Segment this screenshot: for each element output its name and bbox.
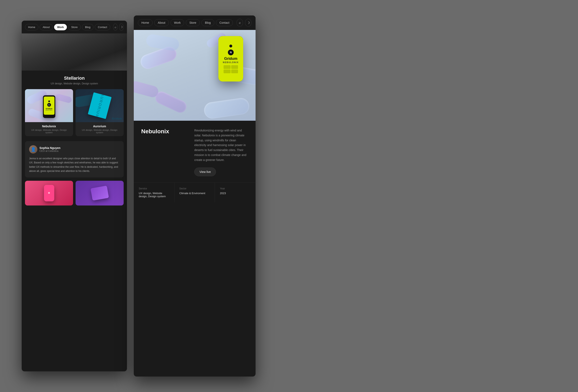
aurorium-card-image: AURORIUM Gridum [76, 89, 124, 122]
glass-pill-5 [134, 80, 160, 98]
glass-pill-3 [153, 89, 189, 115]
view-live-button[interactable]: View live [194, 168, 216, 176]
aurorium-card-info: Aurorium UX design, Website design, Desi… [76, 122, 124, 136]
nebulonix-card[interactable]: N Gridum NEBULONIX Nebulonix UX design, … [25, 89, 73, 136]
right-gridum-text: Gridum [224, 56, 237, 61]
right-nav-about[interactable]: About [154, 19, 169, 26]
nebulonix-card-info: Nebulonix UX design, Website design, Des… [25, 122, 73, 136]
left-theme-toggle[interactable]: ☽ [119, 24, 124, 31]
phone-mockup-left: N Gridum NEBULONIX [43, 95, 55, 118]
left-nav-about[interactable]: About [40, 24, 53, 30]
glass-pill-4 [203, 97, 250, 120]
right-hero: N Gridum NEBULONIX [134, 30, 256, 121]
search-icon: ⌕ [239, 21, 241, 25]
nebulonix-card-tags: UX design, Website design, Design system [27, 129, 71, 134]
right-project-title: Nebulonix [141, 128, 186, 135]
right-nav-contact[interactable]: Contact [216, 19, 233, 26]
stellarion-tags: UX design, Website design, Design system [26, 82, 123, 85]
nebulonix-card-image: N Gridum NEBULONIX [25, 89, 73, 122]
meta-year-value: 2023 [220, 192, 251, 195]
project-grid: N Gridum NEBULONIX Nebulonix UX design, … [22, 89, 127, 139]
meta-year-label: Year [220, 187, 251, 190]
left-hero-image [22, 33, 127, 71]
right-n-logo: N [228, 49, 234, 55]
right-window: Home About Work Store Blog Contact ⌕ ☽ N… [134, 15, 256, 377]
meta-service-value: UX design, Website design, Design system [139, 192, 169, 198]
phone-screen-left: N Gridum NEBULONIX [44, 96, 54, 115]
bottom-card-1[interactable]: M [25, 181, 73, 206]
meta-year: Year 2023 [215, 183, 256, 202]
bottom-project-grid: M [22, 181, 127, 206]
left-nav-store[interactable]: Store [68, 24, 81, 30]
left-nav-work[interactable]: Work [54, 24, 67, 30]
project-metadata: Service UX design, Website design, Desig… [134, 182, 256, 202]
right-nav-blog[interactable]: Blog [201, 19, 214, 26]
left-search-button[interactable]: ⌕ [113, 24, 118, 31]
meta-sector-label: Sector [179, 187, 210, 190]
left-nav-home[interactable]: Home [25, 24, 38, 30]
meta-service: Service UX design, Website design, Desig… [134, 183, 174, 202]
meta-service-label: Service [139, 187, 169, 190]
gridum-label: Gridum [46, 108, 52, 110]
right-nav-store[interactable]: Store [186, 19, 200, 26]
glass-pill-7 [145, 33, 180, 52]
nebulonix-sublabel: NEBULONIX [46, 110, 52, 111]
nebulonix-card-name: Nebulonix [27, 125, 71, 128]
right-theme-toggle[interactable]: ☽ [245, 19, 251, 27]
testimonial-text: Jenna is an excellent designer who pays … [29, 156, 120, 173]
aurorium-card[interactable]: AURORIUM Gridum Aurorium UX design, Webs… [76, 89, 124, 136]
right-nav-home[interactable]: Home [138, 19, 152, 26]
right-hero-phone: N Gridum NEBULONIX [218, 36, 243, 82]
testimonial-card: 👤 Sophia Nguyen CEO at Celestica Jenna i… [25, 141, 124, 177]
right-search-button[interactable]: ⌕ [237, 19, 243, 27]
right-project-description: Revolutionizing energy with wind and sol… [194, 128, 248, 163]
right-phone-screen: N Gridum NEBULONIX [218, 36, 243, 82]
right-nav-work[interactable]: Work [171, 19, 184, 26]
testimonial-author: 👤 Sophia Nguyen CEO at Celestica [29, 145, 120, 154]
right-nebulonix-text: NEBULONIX [223, 61, 239, 64]
avatar-icon: 👤 [31, 147, 36, 152]
search-icon: ⌕ [115, 25, 116, 29]
right-project-info: Nebulonix Revolutionizing energy with wi… [134, 121, 256, 182]
aurorium-card-tags: UX design, Website design, Design system [78, 129, 121, 134]
right-phone-notch [229, 44, 232, 47]
stellarion-section: Stellarion UX design, Website design, De… [22, 71, 127, 89]
meta-sector-value: Climate & Enviroment [179, 192, 210, 195]
meta-sector: Sector Climate & Enviroment [174, 183, 215, 202]
right-nav: Home About Work Store Blog Contact ⌕ ☽ [134, 15, 256, 30]
phone-notch [48, 100, 50, 102]
author-title: CEO at Celestica [40, 150, 60, 152]
bottom-card-2[interactable] [76, 181, 124, 206]
hero-background [22, 33, 127, 71]
left-nav-blog[interactable]: Blog [82, 24, 94, 30]
moon-icon: ☽ [120, 25, 123, 29]
left-window: Home About Work Store Blog Contact ⌕ ☽ S… [22, 21, 127, 371]
left-nav: Home About Work Store Blog Contact ⌕ ☽ [22, 21, 127, 33]
left-nav-contact[interactable]: Contact [95, 24, 110, 30]
stellarion-title: Stellarion [26, 76, 123, 81]
n-logo-small: N [47, 103, 51, 107]
moon-icon: ☽ [247, 21, 250, 25]
author-name: Sophia Nguyen [40, 146, 60, 150]
avatar: 👤 [29, 145, 37, 154]
aurorium-card-name: Aurorium [78, 125, 121, 128]
